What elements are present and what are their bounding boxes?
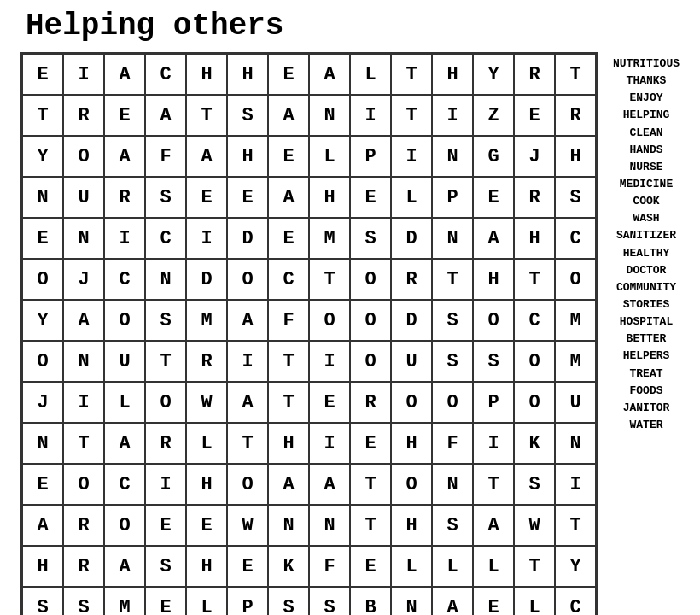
grid-cell: E <box>268 218 309 259</box>
grid-cell: T <box>473 464 514 505</box>
grid-cell: I <box>473 423 514 464</box>
grid-cell: D <box>391 300 432 341</box>
grid-cell: E <box>268 136 309 177</box>
grid-cell: D <box>227 218 268 259</box>
grid-cell: L <box>186 587 227 615</box>
word-item: DOCTOR <box>627 262 667 279</box>
grid-row: AROEEWNNTHSAWT <box>22 505 596 546</box>
grid-cell: T <box>309 259 350 300</box>
grid-cell: A <box>268 177 309 218</box>
grid-cell: W <box>514 505 555 546</box>
word-item: HEALTHY <box>623 245 670 262</box>
grid-cell: N <box>555 423 596 464</box>
grid-cell: O <box>227 464 268 505</box>
grid-cell: I <box>63 54 104 95</box>
grid-cell: E <box>145 587 186 615</box>
grid-row: YAOSMAFOODSOCM <box>22 300 596 341</box>
grid-cell: R <box>514 177 555 218</box>
grid-cell: N <box>432 464 473 505</box>
grid-cell: P <box>473 382 514 423</box>
word-item: HANDS <box>629 142 662 159</box>
grid-cell: I <box>227 341 268 382</box>
grid-cell: S <box>63 587 104 615</box>
grid-cell: M <box>555 341 596 382</box>
grid-cell: A <box>145 95 186 136</box>
grid-cell: P <box>227 587 268 615</box>
grid-cell: N <box>145 259 186 300</box>
grid-cell: R <box>350 382 391 423</box>
grid-cell: A <box>268 95 309 136</box>
word-item: THANKS <box>627 73 667 90</box>
word-item: JANITOR <box>623 400 670 417</box>
grid-cell: O <box>104 505 145 546</box>
grid-cell: S <box>432 505 473 546</box>
grid-cell: E <box>145 505 186 546</box>
grid-cell: E <box>227 177 268 218</box>
grid-cell: E <box>227 546 268 587</box>
grid-cell: A <box>104 54 145 95</box>
grid-cell: E <box>104 95 145 136</box>
grid-cell: J <box>63 259 104 300</box>
grid-cell: F <box>432 423 473 464</box>
grid-cell: S <box>473 341 514 382</box>
grid-cell: R <box>514 54 555 95</box>
grid-cell: D <box>186 259 227 300</box>
grid-cell: E <box>473 587 514 615</box>
grid-cell: I <box>63 382 104 423</box>
grid-cell: P <box>350 136 391 177</box>
grid-cell: N <box>63 341 104 382</box>
grid-cell: B <box>350 587 391 615</box>
grid-cell: I <box>555 464 596 505</box>
grid-cell: S <box>514 464 555 505</box>
grid-cell: U <box>391 341 432 382</box>
grid-cell: S <box>432 341 473 382</box>
grid-cell: T <box>555 54 596 95</box>
grid-cell: L <box>391 177 432 218</box>
grid-cell: A <box>22 505 63 546</box>
grid-cell: R <box>186 341 227 382</box>
grid-row: ENICIDEMSDNAHC <box>22 218 596 259</box>
grid-cell: N <box>22 423 63 464</box>
grid-row: ONUTRITIOUSSOM <box>22 341 596 382</box>
grid-cell: O <box>514 382 555 423</box>
grid-cell: K <box>514 423 555 464</box>
grid-cell: E <box>309 382 350 423</box>
grid-cell: T <box>391 54 432 95</box>
grid-cell: Z <box>473 95 514 136</box>
grid-cell: S <box>227 95 268 136</box>
grid-cell: O <box>391 382 432 423</box>
grid-cell: M <box>309 218 350 259</box>
grid-cell: H <box>186 54 227 95</box>
grid-cell: K <box>268 546 309 587</box>
grid-cell: T <box>432 259 473 300</box>
grid-cell: U <box>555 382 596 423</box>
grid-cell: A <box>473 218 514 259</box>
grid-row: EIACHHEALTHYRT <box>22 54 596 95</box>
grid-row: YOAFAHELPINGJH <box>22 136 596 177</box>
grid-cell: O <box>432 382 473 423</box>
grid-cell: I <box>145 464 186 505</box>
grid-cell: A <box>268 464 309 505</box>
grid-cell: E <box>350 423 391 464</box>
grid-cell: T <box>514 546 555 587</box>
grid-cell: Y <box>22 300 63 341</box>
grid-cell: I <box>309 341 350 382</box>
grid-cell: L <box>186 423 227 464</box>
grid-cell: L <box>514 587 555 615</box>
grid-cell: T <box>268 382 309 423</box>
word-item: COMMUNITY <box>616 279 676 296</box>
grid-cell: R <box>391 259 432 300</box>
grid-cell: R <box>145 423 186 464</box>
grid-cell: L <box>391 546 432 587</box>
grid-row: SSMELPSSBNAELC <box>22 587 596 615</box>
grid-cell: E <box>350 177 391 218</box>
word-item: ENJOY <box>629 90 662 107</box>
grid-cell: O <box>63 464 104 505</box>
grid-cell: W <box>186 382 227 423</box>
grid-cell: F <box>145 136 186 177</box>
grid-cell: T <box>268 341 309 382</box>
grid-cell: E <box>514 95 555 136</box>
grid-cell: M <box>104 587 145 615</box>
grid-cell: L <box>473 546 514 587</box>
grid-cell: A <box>473 505 514 546</box>
